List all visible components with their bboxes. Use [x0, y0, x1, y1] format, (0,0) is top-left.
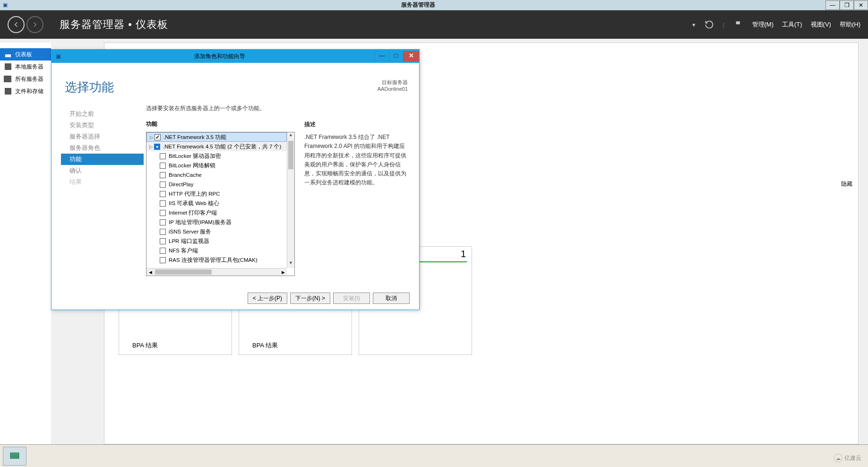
menu-tools[interactable]: 工具(T): [782, 20, 802, 29]
breadcrumb-app: 服务器管理器: [60, 18, 125, 30]
vertical-scrollbar[interactable]: ▲ ▼: [287, 132, 294, 268]
feature-row[interactable]: BitLocker 网络解锁: [146, 161, 287, 170]
sidebar-item-label: 文件和存储: [15, 87, 43, 95]
checkbox[interactable]: [160, 257, 166, 263]
scroll-down-icon[interactable]: ▼: [287, 260, 294, 268]
bpa-label: BPA 结果: [252, 341, 278, 350]
cancel-button[interactable]: 取消: [373, 293, 410, 304]
scroll-right-icon[interactable]: ▶: [279, 268, 287, 276]
feature-label: BranchCache: [169, 172, 202, 178]
scroll-up-icon[interactable]: ▲: [287, 132, 294, 140]
checkbox[interactable]: [160, 182, 166, 188]
feature-row[interactable]: HTTP 代理上的 RPC: [146, 189, 287, 199]
close-button[interactable]: ✕: [854, 0, 868, 10]
nav-back-button[interactable]: [8, 16, 25, 33]
expander-icon[interactable]: ▷: [148, 144, 154, 149]
sidebar-item-label: 本地服务器: [15, 63, 43, 71]
nav-forward-button[interactable]: [26, 16, 43, 33]
feature-label: IP 地址管理(IPAM)服务器: [169, 219, 232, 226]
checkbox[interactable]: [160, 219, 166, 225]
svg-rect-2: [10, 457, 19, 457]
wizard-nav: 开始之前 安装类型 服务器选择 服务器角色 功能 确认 结果: [61, 108, 144, 188]
watermark: ☁ 亿速云: [834, 454, 861, 462]
checkbox[interactable]: [160, 238, 166, 244]
menu-view[interactable]: 视图(V): [811, 20, 831, 29]
maximize-button[interactable]: ❐: [840, 0, 854, 10]
feature-row[interactable]: BitLocker 驱动器加密: [146, 151, 287, 161]
sidebar-item-dashboard[interactable]: 仪表板: [0, 48, 51, 61]
target-server: AADonline01: [378, 86, 408, 92]
nav-step-install-type[interactable]: 安装类型: [61, 120, 144, 131]
nav-step-server-sel[interactable]: 服务器选择: [61, 131, 144, 142]
refresh-icon[interactable]: [704, 19, 714, 30]
nav-step-results: 结果: [61, 176, 144, 188]
feature-row[interactable]: Internet 打印客户端: [146, 208, 287, 217]
checkbox[interactable]: [160, 153, 166, 159]
nav-step-features[interactable]: 功能: [61, 154, 144, 165]
prev-button[interactable]: < 上一步(P): [248, 293, 287, 304]
feature-label: IIS 可承载 Web 核心: [169, 200, 219, 207]
feature-row[interactable]: NFS 客户端: [146, 246, 287, 255]
scroll-thumb[interactable]: [288, 141, 293, 169]
taskbar[interactable]: [0, 444, 868, 467]
dialog-titlebar[interactable]: ▣ 添加角色和功能向导 — □ ✕: [52, 50, 419, 63]
menu-manage[interactable]: 管理(M): [752, 20, 774, 29]
feature-row[interactable]: RAS 连接管理器管理工具包(CMAK): [146, 255, 287, 265]
checkbox[interactable]: [160, 229, 166, 235]
dialog-title: 添加角色和功能向导: [65, 52, 375, 61]
feature-row[interactable]: ▷.NET Framework 3.5 功能: [146, 132, 287, 142]
feature-row[interactable]: DirectPlay: [146, 180, 287, 189]
dialog-minimize-button[interactable]: —: [375, 51, 389, 61]
feature-row[interactable]: BranchCache: [146, 170, 287, 180]
instruction-text: 选择要安装在所选服务器上的一个或多个功能。: [146, 104, 409, 112]
feature-row[interactable]: ▷.NET Framework 4.5 功能 (2 个已安装，共 7 个): [146, 142, 287, 151]
checkbox[interactable]: [160, 172, 166, 178]
checkbox[interactable]: [160, 248, 166, 254]
checkbox[interactable]: [155, 134, 161, 140]
nav-step-before[interactable]: 开始之前: [61, 108, 144, 120]
checkbox[interactable]: [160, 191, 166, 197]
cloud-icon: ☁: [834, 454, 842, 462]
dialog-maximize-button[interactable]: □: [389, 51, 403, 61]
sidebar-item-local-server[interactable]: 本地服务器: [0, 61, 51, 73]
expander-icon[interactable]: ▷: [149, 135, 155, 140]
checkbox[interactable]: [160, 163, 166, 169]
checkbox[interactable]: [160, 200, 166, 207]
features-listbox[interactable]: ▷.NET Framework 3.5 功能▷.NET Framework 4.…: [146, 132, 295, 276]
feature-row[interactable]: iSNS Server 服务: [146, 227, 287, 236]
feature-row[interactable]: IP 地址管理(IPAM)服务器: [146, 217, 287, 227]
dashboard-icon: [5, 51, 11, 58]
taskbar-item-server-manager[interactable]: [3, 447, 26, 466]
scroll-left-icon[interactable]: ◀: [146, 268, 154, 276]
feature-label: iSNS Server 服务: [169, 228, 211, 235]
feature-label: BitLocker 网络解锁: [169, 162, 215, 169]
horizontal-scrollbar[interactable]: ◀ ▶: [146, 268, 287, 276]
flag-icon[interactable]: [733, 19, 744, 30]
features-title: 功能: [146, 120, 295, 128]
sidebar: 仪表板 本地服务器 所有服务器 文件和存储: [0, 43, 51, 444]
scroll-thumb-h[interactable]: [155, 269, 212, 275]
dialog-columns: 功能 ▷.NET Framework 3.5 功能▷.NET Framework…: [146, 120, 409, 276]
dropdown-icon[interactable]: ▾: [692, 21, 696, 28]
sidebar-item-file-storage[interactable]: 文件和存储: [0, 85, 51, 97]
minimize-button[interactable]: —: [825, 0, 840, 10]
feature-row[interactable]: LPR 端口监视器: [146, 236, 287, 246]
nav-step-server-roles[interactable]: 服务器角色: [61, 142, 144, 154]
hide-link[interactable]: 隐藏: [841, 180, 852, 188]
checkbox[interactable]: [160, 210, 166, 216]
dialog-body: 选择功能 目标服务器 AADonline01 开始之前 安装类型 服务器选择 服…: [52, 63, 419, 310]
feature-row[interactable]: IIS 可承载 Web 核心: [146, 199, 287, 208]
dialog-icon: ▣: [52, 53, 65, 60]
window-controls: — ❐ ✕: [825, 0, 868, 10]
install-button[interactable]: 安装(I): [333, 293, 370, 304]
svg-rect-0: [10, 453, 19, 458]
dialog-close-button[interactable]: ✕: [403, 51, 419, 61]
features-column: 功能 ▷.NET Framework 3.5 功能▷.NET Framework…: [146, 120, 295, 276]
checkbox[interactable]: [154, 144, 160, 150]
window-titlebar: ▣ 服务器管理器 — ❐ ✕: [0, 0, 868, 10]
sidebar-item-all-servers[interactable]: 所有服务器: [0, 73, 51, 85]
nav-step-confirm[interactable]: 确认: [61, 165, 144, 176]
menu-help[interactable]: 帮助(H): [840, 20, 860, 29]
feature-label: DirectPlay: [169, 182, 193, 187]
next-button[interactable]: 下一步(N) >: [290, 293, 330, 304]
